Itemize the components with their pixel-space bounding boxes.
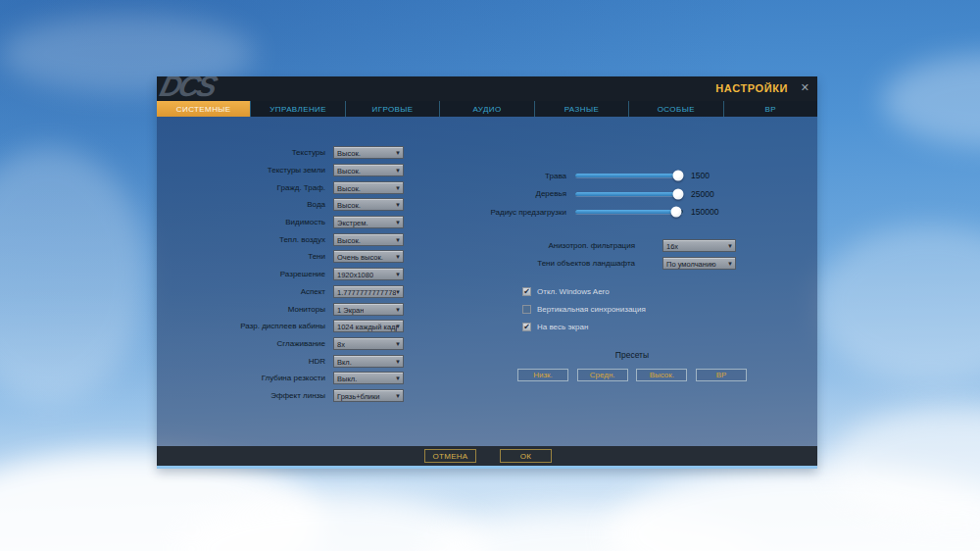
preset-low-button[interactable]: Низк. bbox=[517, 369, 568, 381]
slider-thumb[interactable] bbox=[671, 207, 682, 218]
settings-window: DCS НАСТРОЙКИ ✕ СИСТЕМНЫЕ УПРАВЛЕНИЕ ИГР… bbox=[157, 76, 817, 469]
checkbox-box[interactable]: ✔ bbox=[522, 287, 531, 296]
checkbox-label: Вертикальная синхронизация bbox=[537, 305, 646, 314]
cockpit-display-res-dropdown[interactable]: 1024 каждый кадр ▼ bbox=[333, 320, 404, 332]
lens-effects-dropdown[interactable]: Грязь+блики ▼ bbox=[333, 389, 404, 402]
settings-content: Текстуры Высок. ▼ Текстуры земли Высок. … bbox=[157, 117, 817, 446]
cancel-button[interactable]: ОТМЕНА bbox=[424, 449, 476, 463]
dcs-logo: DCS bbox=[157, 76, 219, 101]
setting-label: Вода bbox=[157, 200, 325, 209]
tab-controls[interactable]: УПРАВЛЕНИЕ bbox=[250, 101, 344, 117]
checkbox-box[interactable]: ✔ bbox=[522, 323, 531, 331]
setting-label: Тени объектов ландшафта bbox=[392, 259, 635, 268]
anisotropic-filtering-dropdown[interactable]: 16x ▼ bbox=[662, 239, 736, 252]
window-title: НАСТРОЙКИ bbox=[715, 82, 788, 94]
trees-slider[interactable] bbox=[575, 192, 683, 196]
dropdown-value: 1 Экран bbox=[337, 306, 364, 315]
setting-row: Разрешение 1920x1080 ▼ bbox=[157, 266, 421, 283]
hdr-dropdown[interactable]: Вкл. ▼ bbox=[333, 355, 404, 368]
sliders-group: Трава 1500 Деревья 25000 Радиус предзагр… bbox=[392, 167, 718, 222]
slider-fill bbox=[575, 174, 678, 177]
ok-button[interactable]: ОК bbox=[500, 449, 552, 463]
setting-row: Тени объектов ландшафта По умолчанию ▼ bbox=[392, 254, 736, 272]
tab-gameplay[interactable]: ИГРОВЫЕ bbox=[345, 101, 439, 117]
depth-of-field-dropdown[interactable]: Выкл. ▼ bbox=[333, 372, 404, 384]
dropdown-value: Высок. bbox=[337, 236, 361, 245]
setting-row: Мониторы 1 Экран ▼ bbox=[157, 300, 421, 318]
dropdown-value: Высок. bbox=[337, 201, 361, 210]
close-icon[interactable]: ✕ bbox=[801, 81, 809, 94]
setting-label: Мониторы bbox=[157, 305, 325, 314]
cloud bbox=[813, 225, 980, 382]
slider-value: 25000 bbox=[691, 189, 714, 199]
setting-label: Тени bbox=[157, 252, 325, 261]
textures-dropdown[interactable]: Высок. ▼ bbox=[333, 146, 404, 159]
tab-misc[interactable]: РАЗНЫЕ bbox=[534, 101, 628, 117]
preset-medium-button[interactable]: Средн. bbox=[577, 369, 628, 381]
dropdown-value: Выкл. bbox=[337, 375, 357, 383]
dropdown-value: 1024 каждый кадр bbox=[337, 323, 397, 331]
setting-label: Разрешение bbox=[157, 270, 325, 278]
title-bar: DCS НАСТРОЙКИ ✕ bbox=[157, 76, 817, 101]
cloud bbox=[0, 147, 147, 402]
chevron-down-icon: ▼ bbox=[727, 261, 733, 267]
cloud bbox=[882, 54, 980, 147]
setting-row: Текстуры земли Высок. ▼ bbox=[157, 162, 421, 179]
setting-label: Тепл. воздух bbox=[157, 235, 325, 244]
chevron-down-icon: ▼ bbox=[395, 150, 401, 156]
grass-slider[interactable] bbox=[575, 174, 683, 177]
slider-row: Деревья 25000 bbox=[392, 185, 718, 204]
setting-row: HDR Вкл. ▼ bbox=[157, 352, 421, 370]
setting-row: Вода Высок. ▼ bbox=[157, 196, 421, 214]
dropdown-value: Высок. bbox=[337, 149, 361, 158]
setting-row: Эффект линзы Грязь+блики ▼ bbox=[157, 387, 421, 405]
slider-value: 1500 bbox=[691, 171, 710, 180]
chevron-down-icon: ▼ bbox=[395, 307, 401, 313]
checkbox-box[interactable] bbox=[522, 305, 531, 314]
slider-fill bbox=[575, 210, 676, 214]
checkbox-label: На весь экран bbox=[537, 323, 588, 331]
chevron-down-icon: ▼ bbox=[395, 289, 401, 295]
setting-row: Текстуры Высок. ▼ bbox=[157, 144, 421, 162]
right-dropdowns-group: Анизотроп. фильтрация 16x ▼ Тени объекто… bbox=[392, 236, 736, 272]
setting-row: Видимость Экстрем. ▼ bbox=[157, 214, 421, 231]
slider-thumb[interactable] bbox=[672, 188, 683, 199]
graphics-settings-column: Текстуры Высок. ▼ Текстуры земли Высок. … bbox=[157, 144, 421, 404]
tab-audio[interactable]: АУДИО bbox=[439, 101, 533, 117]
disable-aero-checkbox[interactable]: ✔ Откл. Windows Aero bbox=[522, 286, 646, 296]
setting-label: Глубина резкости bbox=[157, 374, 325, 382]
tab-systems[interactable]: СИСТЕМНЫЕ bbox=[157, 101, 250, 117]
terrain-object-shadows-dropdown[interactable]: По умолчанию ▼ bbox=[662, 257, 736, 270]
slider-label: Радиус предзагрузки bbox=[392, 208, 566, 217]
setting-row: Сглаживание 8x ▼ bbox=[157, 335, 421, 353]
chevron-down-icon: ▼ bbox=[395, 341, 401, 347]
slider-row: Радиус предзагрузки 150000 bbox=[392, 203, 718, 222]
setting-row: Тепл. воздух Высок. ▼ bbox=[157, 230, 421, 248]
preset-high-button[interactable]: Высок. bbox=[636, 369, 687, 381]
dropdown-value: Грязь+блики bbox=[337, 392, 380, 401]
slider-label: Трава bbox=[392, 172, 566, 180]
slider-thumb[interactable] bbox=[672, 171, 683, 181]
setting-row: Разр. дисплеев кабины 1024 каждый кадр ▼ bbox=[157, 318, 421, 335]
slider-value: 150000 bbox=[691, 207, 718, 217]
checkbox-label: Откл. Windows Aero bbox=[537, 287, 610, 296]
preset-vr-button[interactable]: ВР bbox=[696, 369, 747, 381]
fullscreen-checkbox[interactable]: ✔ На весь экран bbox=[522, 322, 646, 331]
tab-vr[interactable]: ВР bbox=[723, 101, 817, 117]
tab-bar: СИСТЕМНЫЕ УПРАВЛЕНИЕ ИГРОВЫЕ АУДИО РАЗНЫ… bbox=[157, 101, 817, 117]
footer-bar: ОТМЕНА ОК bbox=[157, 446, 817, 466]
presets-group: Низк. Средн. Высок. ВР bbox=[517, 369, 747, 381]
aspect-dropdown[interactable]: 1.7777777777778 ▼ bbox=[333, 285, 404, 298]
msaa-dropdown[interactable]: 8x ▼ bbox=[333, 337, 404, 350]
vsync-checkbox[interactable]: Вертикальная синхронизация bbox=[522, 304, 646, 314]
setting-label: Эффект линзы bbox=[157, 391, 325, 400]
tab-special[interactable]: ОСОБЫЕ bbox=[628, 101, 722, 117]
setting-label: Видимость bbox=[157, 218, 325, 226]
monitors-dropdown[interactable]: 1 Экран ▼ bbox=[333, 303, 404, 316]
preload-radius-slider[interactable] bbox=[575, 210, 683, 214]
setting-label: Текстуры земли bbox=[157, 166, 325, 175]
setting-label: Разр. дисплеев кабины bbox=[157, 322, 325, 330]
slider-row: Трава 1500 bbox=[392, 167, 718, 185]
setting-label: HDR bbox=[157, 357, 325, 366]
dropdown-value: Вкл. bbox=[337, 358, 352, 367]
